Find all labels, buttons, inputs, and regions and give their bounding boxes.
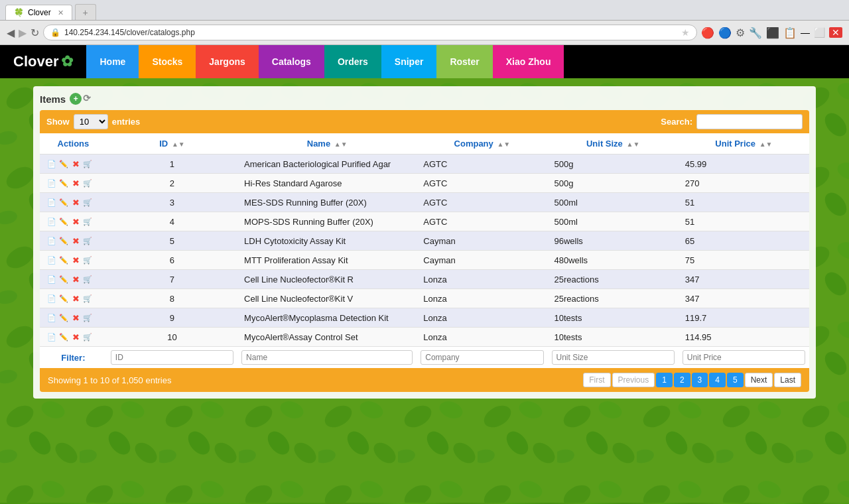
page-3-button[interactable]: 3 [692, 373, 708, 387]
browser-tab[interactable]: 🍀 Clover ✕ [5, 5, 72, 20]
page-next-button[interactable]: Next [745, 373, 773, 387]
edit-icon[interactable]: ✏️ [58, 197, 69, 208]
page-2-button[interactable]: 2 [674, 373, 690, 387]
cart-icon[interactable]: 🛒 [82, 293, 93, 304]
page-4-button[interactable]: 4 [709, 373, 726, 387]
tab-close-icon[interactable]: ✕ [58, 9, 64, 17]
nav-jargons[interactable]: Jargons [196, 45, 258, 78]
cart-icon[interactable]: 🛒 [82, 235, 93, 246]
cell-unit-price: 51 [679, 212, 809, 231]
page-1-button[interactable]: 1 [656, 373, 673, 387]
extension-icon-4[interactable]: ⬛ [766, 27, 779, 39]
cart-icon[interactable]: 🛒 [82, 197, 93, 208]
settings-icon[interactable]: ⚙ [736, 27, 745, 39]
nav-catalogs[interactable]: Catalogs [259, 45, 324, 78]
pagination: First Previous 1 2 3 4 5 Next Last [583, 373, 801, 387]
cell-unit-price: 347 [679, 289, 809, 308]
delete-icon[interactable]: ✖ [70, 255, 81, 265]
new-tab-button[interactable]: + [75, 4, 96, 20]
delete-icon[interactable]: ✖ [70, 235, 81, 246]
page-last-button[interactable]: Last [774, 373, 801, 387]
view-icon[interactable]: 📄 [46, 158, 57, 169]
page-5-button[interactable]: 5 [727, 373, 744, 387]
col-unit-price[interactable]: Unit Price ▲▼ [679, 133, 809, 155]
cell-name: LDH Cytotoxicity Assay Kit [237, 231, 417, 251]
filter-company[interactable] [421, 350, 543, 365]
cart-icon[interactable]: 🛒 [82, 158, 93, 169]
extension-icon-3[interactable]: 🔧 [749, 27, 762, 39]
filter-name[interactable] [241, 350, 413, 365]
edit-icon[interactable]: ✏️ [58, 178, 69, 188]
edit-icon[interactable]: ✏️ [58, 274, 69, 284]
maximize-button[interactable]: ⬜ [814, 27, 825, 38]
cart-icon[interactable]: 🛒 [82, 216, 93, 227]
back-button[interactable]: ◀ [7, 27, 15, 39]
cart-icon[interactable]: 🛒 [82, 312, 93, 323]
view-icon[interactable]: 📄 [46, 312, 57, 323]
delete-icon[interactable]: ✖ [70, 312, 81, 323]
page-first-button[interactable]: First [583, 373, 610, 387]
extension-icon-1[interactable]: 🔴 [701, 27, 714, 39]
nav-roster[interactable]: Roster [436, 45, 492, 78]
cell-name: American Bacteriological Purified Agar [237, 155, 417, 174]
view-icon[interactable]: 📄 [46, 332, 57, 342]
delete-icon[interactable]: ✖ [70, 216, 81, 227]
cart-icon[interactable]: 🛒 [82, 332, 93, 342]
nav-home[interactable]: Home [86, 45, 139, 78]
edit-icon[interactable]: ✏️ [58, 235, 69, 246]
filter-unit-price[interactable] [683, 350, 805, 365]
cart-icon[interactable]: 🛒 [82, 178, 93, 188]
forward-button[interactable]: ▶ [19, 27, 27, 39]
filter-id[interactable] [111, 350, 233, 365]
search-input[interactable] [696, 114, 803, 129]
nav-stocks[interactable]: Stocks [139, 45, 196, 78]
page-previous-button[interactable]: Previous [612, 373, 655, 387]
delete-icon[interactable]: ✖ [70, 332, 81, 342]
view-icon[interactable]: 📄 [46, 255, 57, 265]
col-unit-size[interactable]: Unit Size ▲▼ [548, 133, 679, 155]
cell-unit-price: 65 [679, 231, 809, 251]
cell-unit-size: 500ml [548, 212, 679, 231]
cell-company: AGTC [417, 212, 547, 231]
cart-icon[interactable]: 🛒 [82, 255, 93, 265]
filter-unit-size[interactable] [552, 350, 675, 365]
reload-button[interactable]: ↻ [31, 27, 39, 39]
close-window-button[interactable]: ✕ [829, 27, 842, 38]
refresh-icon[interactable]: ⟳ [83, 93, 91, 105]
view-icon[interactable]: 📄 [46, 274, 57, 284]
extension-icon-2[interactable]: 🔵 [718, 27, 732, 39]
cell-unit-size: 25reactions [548, 270, 679, 289]
add-item-icon[interactable]: + [70, 93, 82, 105]
nav-sniper[interactable]: Sniper [381, 45, 437, 78]
col-name[interactable]: Name ▲▼ [237, 133, 417, 155]
edit-icon[interactable]: ✏️ [58, 216, 69, 227]
cart-icon[interactable]: 🛒 [82, 274, 93, 284]
view-icon[interactable]: 📄 [46, 216, 57, 227]
edit-icon[interactable]: ✏️ [58, 332, 69, 342]
entries-select[interactable]: 10 25 50 100 [74, 114, 108, 129]
edit-icon[interactable]: ✏️ [58, 312, 69, 323]
view-icon[interactable]: 📄 [46, 197, 57, 208]
view-icon[interactable]: 📄 [46, 235, 57, 246]
delete-icon[interactable]: ✖ [70, 158, 81, 169]
minimize-button[interactable]: — [801, 27, 810, 38]
address-bar[interactable]: 140.254.234.145/clover/catalogs.php [64, 28, 677, 37]
action-icons: 📄 ✏️ ✖ 🛒 [46, 158, 100, 169]
delete-icon[interactable]: ✖ [70, 178, 81, 188]
nav-user[interactable]: Xiao Zhou [493, 45, 564, 78]
cell-unit-price: 51 [679, 193, 809, 212]
edit-icon[interactable]: ✏️ [58, 255, 69, 265]
edit-icon[interactable]: ✏️ [58, 293, 69, 304]
delete-icon[interactable]: ✖ [70, 274, 81, 284]
view-icon[interactable]: 📄 [46, 293, 57, 304]
col-id[interactable]: ID ▲▼ [107, 133, 237, 155]
extension-icon-5[interactable]: 📋 [783, 27, 797, 39]
delete-icon[interactable]: ✖ [70, 197, 81, 208]
delete-icon[interactable]: ✖ [70, 293, 81, 304]
view-icon[interactable]: 📄 [46, 178, 57, 188]
star-icon[interactable]: ★ [681, 27, 690, 38]
edit-icon[interactable]: ✏️ [58, 158, 69, 169]
col-company[interactable]: Company ▲▼ [417, 133, 547, 155]
nav-orders[interactable]: Orders [324, 45, 381, 78]
cell-name: Hi-Res Standard Agarose [237, 174, 417, 193]
